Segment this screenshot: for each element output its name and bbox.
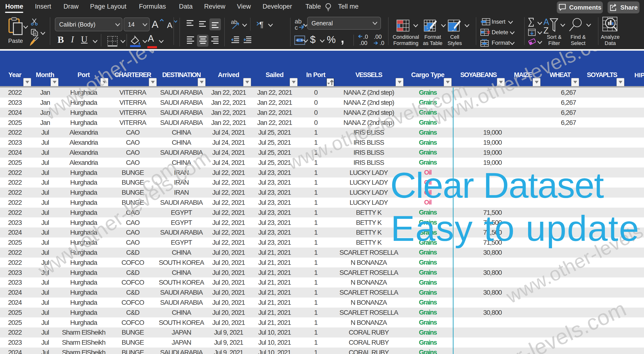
svg-text:.00: .00 <box>360 40 367 45</box>
svg-text:.0: .0 <box>363 34 368 40</box>
svg-text:ab: ab <box>231 19 238 25</box>
svg-text:Z: Z <box>544 26 549 34</box>
svg-text:c: c <box>295 24 298 31</box>
svg-text:A: A <box>544 17 549 27</box>
svg-text:.00: .00 <box>374 34 382 40</box>
svg-text:¶: ¶ <box>259 20 264 29</box>
